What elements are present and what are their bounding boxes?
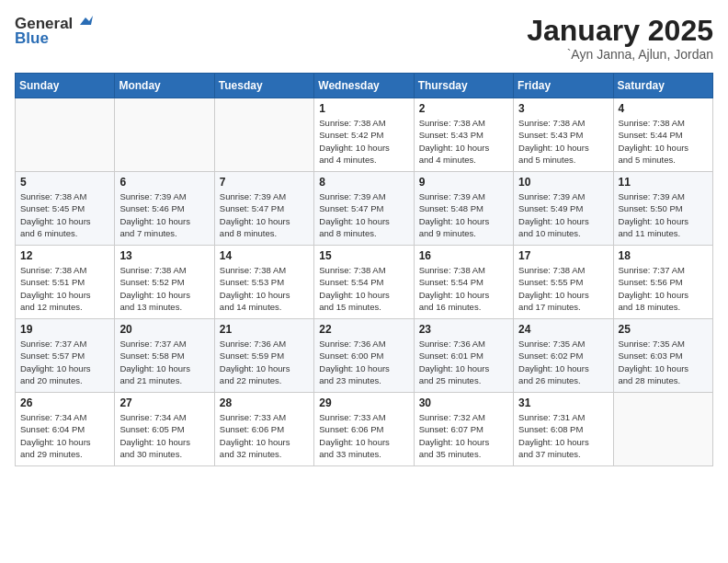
calendar-cell: [613, 393, 712, 466]
day-header-thursday: Thursday: [414, 74, 513, 98]
day-header-wednesday: Wednesday: [314, 74, 414, 98]
day-info: Sunrise: 7:38 AM Sunset: 5:54 PM Dayligh…: [319, 264, 408, 313]
day-header-tuesday: Tuesday: [214, 74, 313, 98]
calendar-week-1: 1Sunrise: 7:38 AM Sunset: 5:42 PM Daylig…: [16, 98, 713, 172]
day-info: Sunrise: 7:39 AM Sunset: 5:47 PM Dayligh…: [319, 190, 408, 239]
day-info: Sunrise: 7:38 AM Sunset: 5:53 PM Dayligh…: [220, 264, 309, 313]
calendar-cell: 19Sunrise: 7:37 AM Sunset: 5:57 PM Dayli…: [16, 319, 115, 393]
location: `Ayn Janna, Ajlun, Jordan: [527, 47, 713, 62]
calendar-cell: 17Sunrise: 7:38 AM Sunset: 5:55 PM Dayli…: [514, 246, 613, 319]
day-info: Sunrise: 7:33 AM Sunset: 6:06 PM Dayligh…: [319, 411, 408, 460]
day-info: Sunrise: 7:39 AM Sunset: 5:49 PM Dayligh…: [518, 190, 608, 239]
calendar-cell: 3Sunrise: 7:38 AM Sunset: 5:43 PM Daylig…: [514, 98, 613, 172]
day-number: 12: [20, 249, 109, 262]
day-number: 24: [518, 323, 608, 336]
day-number: 3: [518, 102, 608, 115]
day-number: 14: [220, 249, 309, 262]
calendar-cell: 14Sunrise: 7:38 AM Sunset: 5:53 PM Dayli…: [214, 246, 313, 319]
calendar-cell: 23Sunrise: 7:36 AM Sunset: 6:01 PM Dayli…: [414, 319, 513, 393]
day-info: Sunrise: 7:34 AM Sunset: 6:05 PM Dayligh…: [119, 411, 209, 460]
svg-marker-0: [80, 16, 93, 25]
day-info: Sunrise: 7:38 AM Sunset: 5:43 PM Dayligh…: [518, 117, 608, 166]
day-number: 22: [319, 323, 408, 336]
day-number: 7: [220, 176, 309, 189]
day-info: Sunrise: 7:39 AM Sunset: 5:47 PM Dayligh…: [220, 190, 309, 239]
day-number: 18: [619, 249, 708, 262]
day-number: 10: [518, 176, 608, 189]
day-info: Sunrise: 7:39 AM Sunset: 5:46 PM Dayligh…: [119, 190, 209, 239]
day-info: Sunrise: 7:36 AM Sunset: 6:01 PM Dayligh…: [419, 338, 508, 386]
calendar-week-3: 12Sunrise: 7:38 AM Sunset: 5:51 PM Dayli…: [16, 246, 713, 319]
header: General Blue January 2025 `Ayn Janna, Aj…: [15, 15, 713, 62]
calendar-cell: 4Sunrise: 7:38 AM Sunset: 5:44 PM Daylig…: [613, 98, 712, 172]
calendar-cell: 8Sunrise: 7:39 AM Sunset: 5:47 PM Daylig…: [314, 172, 414, 246]
calendar-cell: 20Sunrise: 7:37 AM Sunset: 5:58 PM Dayli…: [115, 319, 214, 393]
calendar-cell: 29Sunrise: 7:33 AM Sunset: 6:06 PM Dayli…: [314, 393, 414, 466]
calendar-cell: 24Sunrise: 7:35 AM Sunset: 6:02 PM Dayli…: [514, 319, 613, 393]
day-number: 31: [518, 396, 608, 409]
day-number: 5: [20, 176, 109, 189]
page: General Blue January 2025 `Ayn Janna, Aj…: [0, 0, 728, 481]
calendar-cell: 15Sunrise: 7:38 AM Sunset: 5:54 PM Dayli…: [314, 246, 414, 319]
calendar-cell: 25Sunrise: 7:35 AM Sunset: 6:03 PM Dayli…: [613, 319, 712, 393]
calendar-cell: 26Sunrise: 7:34 AM Sunset: 6:04 PM Dayli…: [16, 393, 115, 466]
day-info: Sunrise: 7:36 AM Sunset: 6:00 PM Dayligh…: [319, 338, 408, 386]
calendar-table: SundayMondayTuesdayWednesdayThursdayFrid…: [15, 73, 713, 466]
day-info: Sunrise: 7:34 AM Sunset: 6:04 PM Dayligh…: [20, 411, 109, 460]
day-number: 27: [119, 396, 209, 409]
calendar-cell: 22Sunrise: 7:36 AM Sunset: 6:00 PM Dayli…: [314, 319, 414, 393]
calendar-cell: [115, 98, 214, 172]
day-info: Sunrise: 7:39 AM Sunset: 5:50 PM Dayligh…: [619, 190, 708, 239]
calendar-cell: 5Sunrise: 7:38 AM Sunset: 5:45 PM Daylig…: [16, 172, 115, 246]
day-number: 4: [619, 102, 708, 115]
day-info: Sunrise: 7:38 AM Sunset: 5:44 PM Dayligh…: [619, 117, 708, 166]
day-info: Sunrise: 7:37 AM Sunset: 5:56 PM Dayligh…: [619, 264, 708, 313]
day-number: 6: [119, 176, 209, 189]
day-info: Sunrise: 7:38 AM Sunset: 5:42 PM Dayligh…: [319, 117, 408, 166]
calendar-cell: 28Sunrise: 7:33 AM Sunset: 6:06 PM Dayli…: [214, 393, 313, 466]
calendar-cell: [214, 98, 313, 172]
day-number: 28: [220, 396, 309, 409]
calendar-cell: 1Sunrise: 7:38 AM Sunset: 5:42 PM Daylig…: [314, 98, 414, 172]
calendar-cell: 6Sunrise: 7:39 AM Sunset: 5:46 PM Daylig…: [115, 172, 214, 246]
month-title: January 2025: [527, 15, 713, 47]
title-block: January 2025 `Ayn Janna, Ajlun, Jordan: [527, 15, 713, 62]
day-info: Sunrise: 7:36 AM Sunset: 5:59 PM Dayligh…: [220, 338, 309, 386]
calendar-cell: 11Sunrise: 7:39 AM Sunset: 5:50 PM Dayli…: [613, 172, 712, 246]
day-number: 20: [119, 323, 209, 336]
day-number: 21: [220, 323, 309, 336]
calendar-cell: 13Sunrise: 7:38 AM Sunset: 5:52 PM Dayli…: [115, 246, 214, 319]
logo-blue-text: Blue: [15, 29, 49, 48]
calendar-cell: 27Sunrise: 7:34 AM Sunset: 6:05 PM Dayli…: [115, 393, 214, 466]
calendar-week-2: 5Sunrise: 7:38 AM Sunset: 5:45 PM Daylig…: [16, 172, 713, 246]
calendar-cell: 18Sunrise: 7:37 AM Sunset: 5:56 PM Dayli…: [613, 246, 712, 319]
day-header-monday: Monday: [115, 74, 214, 98]
logo-bird-icon: [76, 16, 93, 30]
calendar-week-4: 19Sunrise: 7:37 AM Sunset: 5:57 PM Dayli…: [16, 319, 713, 393]
day-number: 19: [20, 323, 109, 336]
day-info: Sunrise: 7:38 AM Sunset: 5:43 PM Dayligh…: [419, 117, 508, 166]
day-number: 15: [319, 249, 408, 262]
day-info: Sunrise: 7:38 AM Sunset: 5:55 PM Dayligh…: [518, 264, 608, 313]
day-number: 25: [619, 323, 708, 336]
day-info: Sunrise: 7:35 AM Sunset: 6:03 PM Dayligh…: [619, 338, 708, 386]
day-info: Sunrise: 7:38 AM Sunset: 5:54 PM Dayligh…: [419, 264, 508, 313]
day-header-saturday: Saturday: [613, 74, 712, 98]
day-number: 13: [119, 249, 209, 262]
day-header-friday: Friday: [514, 74, 613, 98]
day-number: 11: [619, 176, 708, 189]
day-info: Sunrise: 7:37 AM Sunset: 5:57 PM Dayligh…: [20, 338, 109, 386]
day-info: Sunrise: 7:37 AM Sunset: 5:58 PM Dayligh…: [119, 338, 209, 386]
logo: General Blue: [15, 15, 93, 48]
day-info: Sunrise: 7:38 AM Sunset: 5:45 PM Dayligh…: [20, 190, 109, 239]
day-number: 17: [518, 249, 608, 262]
day-number: 8: [319, 176, 408, 189]
day-info: Sunrise: 7:38 AM Sunset: 5:52 PM Dayligh…: [119, 264, 209, 313]
day-info: Sunrise: 7:39 AM Sunset: 5:48 PM Dayligh…: [419, 190, 508, 239]
day-number: 16: [419, 249, 508, 262]
calendar-header-row: SundayMondayTuesdayWednesdayThursdayFrid…: [16, 74, 713, 98]
calendar-cell: [16, 98, 115, 172]
calendar-cell: 7Sunrise: 7:39 AM Sunset: 5:47 PM Daylig…: [214, 172, 313, 246]
day-number: 26: [20, 396, 109, 409]
day-info: Sunrise: 7:38 AM Sunset: 5:51 PM Dayligh…: [20, 264, 109, 313]
